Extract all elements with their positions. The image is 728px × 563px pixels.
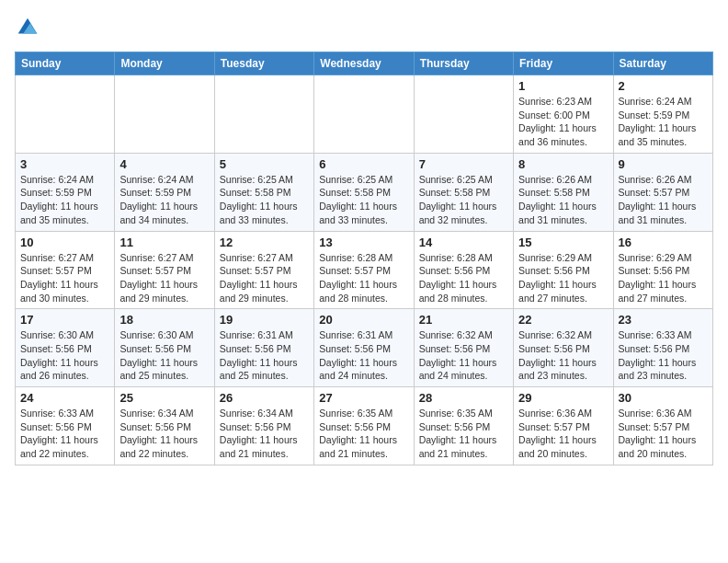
weekday-header: Sunday — [16, 52, 115, 75]
calendar-cell — [16, 75, 115, 154]
day-number: 4 — [119, 157, 209, 171]
calendar-cell: 7Sunrise: 6:25 AM Sunset: 5:58 PM Daylig… — [414, 153, 513, 231]
day-number: 3 — [20, 157, 109, 171]
day-info: Sunrise: 6:31 AM Sunset: 5:56 PM Dayligh… — [319, 328, 408, 383]
calendar-cell: 28Sunrise: 6:35 AM Sunset: 5:56 PM Dayli… — [414, 387, 513, 465]
calendar-cell: 14Sunrise: 6:28 AM Sunset: 5:56 PM Dayli… — [414, 231, 513, 309]
day-info: Sunrise: 6:33 AM Sunset: 5:56 PM Dayligh… — [20, 407, 109, 461]
calendar-cell — [214, 75, 313, 154]
day-info: Sunrise: 6:23 AM Sunset: 6:00 PM Dayligh… — [518, 95, 608, 149]
day-info: Sunrise: 6:36 AM Sunset: 5:57 PM Dayligh… — [518, 407, 608, 461]
day-info: Sunrise: 6:35 AM Sunset: 5:56 PM Dayligh… — [419, 407, 508, 461]
day-info: Sunrise: 6:25 AM Sunset: 5:58 PM Dayligh… — [319, 173, 408, 227]
weekday-header: Monday — [115, 52, 214, 75]
day-number: 22 — [518, 313, 608, 327]
calendar-cell: 30Sunrise: 6:36 AM Sunset: 5:57 PM Dayli… — [613, 387, 712, 465]
day-number: 13 — [319, 236, 408, 249]
weekday-header: Wednesday — [314, 52, 414, 75]
day-number: 26 — [220, 391, 309, 405]
day-info: Sunrise: 6:24 AM Sunset: 5:59 PM Dayligh… — [20, 173, 109, 227]
day-number: 12 — [220, 236, 309, 249]
day-number: 5 — [220, 157, 309, 171]
calendar-cell: 15Sunrise: 6:29 AM Sunset: 5:56 PM Dayli… — [514, 231, 613, 309]
day-info: Sunrise: 6:30 AM Sunset: 5:56 PM Dayligh… — [119, 328, 209, 383]
day-number: 1 — [518, 79, 608, 93]
page-header — [15, 15, 713, 40]
day-number: 21 — [419, 313, 508, 327]
day-number: 8 — [518, 157, 608, 171]
day-info: Sunrise: 6:31 AM Sunset: 5:56 PM Dayligh… — [220, 328, 309, 383]
day-info: Sunrise: 6:32 AM Sunset: 5:56 PM Dayligh… — [518, 328, 608, 383]
day-number: 10 — [20, 236, 109, 249]
calendar-cell: 6Sunrise: 6:25 AM Sunset: 5:58 PM Daylig… — [314, 153, 414, 231]
day-number: 9 — [619, 157, 708, 171]
day-info: Sunrise: 6:34 AM Sunset: 5:56 PM Dayligh… — [220, 407, 309, 461]
day-info: Sunrise: 6:26 AM Sunset: 5:57 PM Dayligh… — [619, 173, 708, 227]
day-info: Sunrise: 6:29 AM Sunset: 5:56 PM Dayligh… — [619, 251, 708, 305]
day-number: 25 — [119, 391, 209, 405]
day-info: Sunrise: 6:24 AM Sunset: 5:59 PM Dayligh… — [119, 173, 209, 227]
calendar-cell: 11Sunrise: 6:27 AM Sunset: 5:57 PM Dayli… — [115, 231, 214, 309]
calendar-week-row: 3Sunrise: 6:24 AM Sunset: 5:59 PM Daylig… — [16, 153, 713, 231]
calendar-cell: 18Sunrise: 6:30 AM Sunset: 5:56 PM Dayli… — [115, 309, 214, 387]
day-number: 27 — [319, 391, 408, 405]
day-number: 6 — [319, 157, 408, 171]
calendar-week-row: 1Sunrise: 6:23 AM Sunset: 6:00 PM Daylig… — [16, 75, 713, 154]
calendar-cell: 8Sunrise: 6:26 AM Sunset: 5:58 PM Daylig… — [514, 153, 613, 231]
day-info: Sunrise: 6:27 AM Sunset: 5:57 PM Dayligh… — [119, 251, 209, 305]
logo-icon — [15, 15, 40, 40]
calendar-cell: 19Sunrise: 6:31 AM Sunset: 5:56 PM Dayli… — [214, 309, 313, 387]
calendar-cell: 17Sunrise: 6:30 AM Sunset: 5:56 PM Dayli… — [16, 309, 115, 387]
day-info: Sunrise: 6:29 AM Sunset: 5:56 PM Dayligh… — [518, 251, 608, 305]
calendar-cell: 12Sunrise: 6:27 AM Sunset: 5:57 PM Dayli… — [214, 231, 313, 309]
day-info: Sunrise: 6:32 AM Sunset: 5:56 PM Dayligh… — [419, 328, 508, 383]
calendar-cell: 24Sunrise: 6:33 AM Sunset: 5:56 PM Dayli… — [16, 387, 115, 465]
day-info: Sunrise: 6:25 AM Sunset: 5:58 PM Dayligh… — [220, 173, 309, 227]
calendar-cell — [414, 75, 513, 154]
calendar-week-row: 10Sunrise: 6:27 AM Sunset: 5:57 PM Dayli… — [16, 231, 713, 309]
day-info: Sunrise: 6:33 AM Sunset: 5:56 PM Dayligh… — [619, 328, 708, 383]
day-number: 23 — [619, 313, 708, 327]
day-number: 14 — [419, 236, 508, 249]
day-info: Sunrise: 6:27 AM Sunset: 5:57 PM Dayligh… — [20, 251, 109, 305]
day-number: 7 — [419, 157, 508, 171]
day-info: Sunrise: 6:24 AM Sunset: 5:59 PM Dayligh… — [619, 95, 708, 149]
day-info: Sunrise: 6:25 AM Sunset: 5:58 PM Dayligh… — [419, 173, 508, 227]
calendar-week-row: 17Sunrise: 6:30 AM Sunset: 5:56 PM Dayli… — [16, 309, 713, 387]
calendar-cell: 3Sunrise: 6:24 AM Sunset: 5:59 PM Daylig… — [16, 153, 115, 231]
day-number: 19 — [220, 313, 309, 327]
day-info: Sunrise: 6:28 AM Sunset: 5:56 PM Dayligh… — [419, 251, 508, 305]
calendar-cell: 2Sunrise: 6:24 AM Sunset: 5:59 PM Daylig… — [613, 75, 712, 154]
day-number: 30 — [619, 391, 708, 405]
calendar-cell: 13Sunrise: 6:28 AM Sunset: 5:57 PM Dayli… — [314, 231, 414, 309]
calendar-cell: 21Sunrise: 6:32 AM Sunset: 5:56 PM Dayli… — [414, 309, 513, 387]
calendar-cell: 1Sunrise: 6:23 AM Sunset: 6:00 PM Daylig… — [514, 75, 613, 154]
day-number: 11 — [119, 236, 209, 249]
calendar-cell: 25Sunrise: 6:34 AM Sunset: 5:56 PM Dayli… — [115, 387, 214, 465]
weekday-header-row: SundayMondayTuesdayWednesdayThursdayFrid… — [16, 52, 713, 75]
calendar-cell: 16Sunrise: 6:29 AM Sunset: 5:56 PM Dayli… — [613, 231, 712, 309]
day-info: Sunrise: 6:36 AM Sunset: 5:57 PM Dayligh… — [619, 407, 708, 461]
calendar-cell: 5Sunrise: 6:25 AM Sunset: 5:58 PM Daylig… — [214, 153, 313, 231]
day-info: Sunrise: 6:34 AM Sunset: 5:56 PM Dayligh… — [119, 407, 209, 461]
weekday-header: Thursday — [414, 52, 513, 75]
day-number: 15 — [518, 236, 608, 249]
calendar-cell: 26Sunrise: 6:34 AM Sunset: 5:56 PM Dayli… — [214, 387, 313, 465]
calendar-cell: 20Sunrise: 6:31 AM Sunset: 5:56 PM Dayli… — [314, 309, 414, 387]
weekday-header: Saturday — [613, 52, 712, 75]
calendar-cell: 27Sunrise: 6:35 AM Sunset: 5:56 PM Dayli… — [314, 387, 414, 465]
day-info: Sunrise: 6:35 AM Sunset: 5:56 PM Dayligh… — [319, 407, 408, 461]
calendar-cell: 9Sunrise: 6:26 AM Sunset: 5:57 PM Daylig… — [613, 153, 712, 231]
day-number: 28 — [419, 391, 508, 405]
calendar-table: SundayMondayTuesdayWednesdayThursdayFrid… — [15, 52, 713, 465]
day-info: Sunrise: 6:30 AM Sunset: 5:56 PM Dayligh… — [20, 328, 109, 383]
calendar-cell: 10Sunrise: 6:27 AM Sunset: 5:57 PM Dayli… — [16, 231, 115, 309]
day-number: 29 — [518, 391, 608, 405]
day-info: Sunrise: 6:26 AM Sunset: 5:58 PM Dayligh… — [518, 173, 608, 227]
calendar-cell — [314, 75, 414, 154]
day-number: 17 — [20, 313, 109, 327]
day-number: 24 — [20, 391, 109, 405]
day-number: 16 — [619, 236, 708, 249]
calendar-cell: 22Sunrise: 6:32 AM Sunset: 5:56 PM Dayli… — [514, 309, 613, 387]
weekday-header: Friday — [514, 52, 613, 75]
